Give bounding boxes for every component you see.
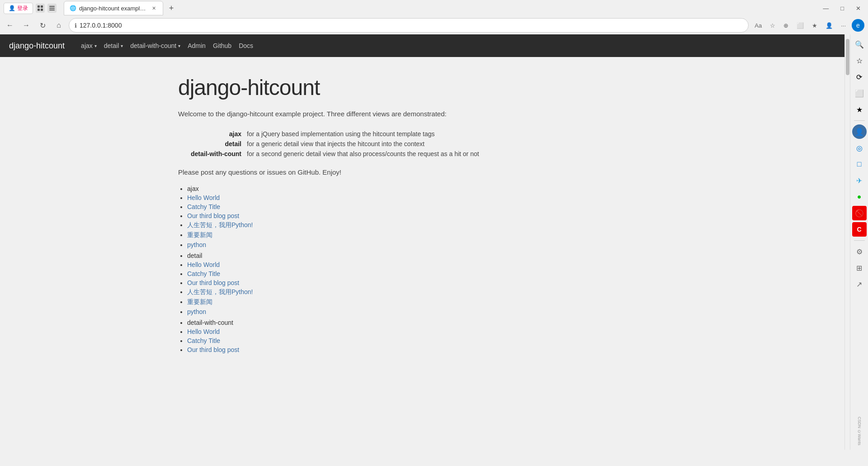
list-item-link[interactable]: Our third blog post	[187, 346, 239, 353]
description-key: detail-with-count	[178, 150, 241, 157]
description-row: detail-with-countfor a second generic de…	[178, 150, 666, 157]
sub-list: Hello WorldCatchy TitleOur third blog po…	[187, 328, 666, 353]
extension-icon-1[interactable]	[36, 4, 45, 13]
refresh-button[interactable]: ↻	[36, 19, 49, 32]
list-item: python	[187, 308, 666, 315]
tab-close-button[interactable]: ✕	[151, 5, 157, 12]
sub-list: Hello WorldCatchy TitleOur third blog po…	[187, 261, 666, 315]
description-key: detail	[178, 140, 241, 147]
list-item: 重要新闻	[187, 231, 666, 239]
navbar-item-ajax[interactable]: ajax▾	[78, 38, 99, 53]
navbar-item-detail-with-count[interactable]: detail-with-count▾	[127, 38, 183, 53]
sidebar-red-icon[interactable]: 🚫	[852, 206, 867, 220]
list-item-link[interactable]: Catchy Title	[187, 337, 220, 344]
profile-icon[interactable]: 👤	[823, 21, 835, 30]
list-item-link[interactable]: 人生苦短，我用Python!	[187, 288, 253, 295]
scrollbar-thumb[interactable]	[846, 39, 849, 75]
list-item-link[interactable]: Catchy Title	[187, 203, 220, 210]
description-value: for a second generic detail view that al…	[247, 150, 479, 157]
list-item: 重要新闻	[187, 298, 666, 306]
edge-icon[interactable]: e	[852, 19, 864, 32]
sidebar-window-icon[interactable]: ⬜	[852, 86, 867, 100]
collections-icon[interactable]: ★	[810, 21, 820, 30]
sidebar-bookmark-icon[interactable]: ★	[852, 102, 867, 117]
new-tab-button[interactable]: +	[165, 2, 178, 14]
list-item-link[interactable]: 重要新闻	[187, 298, 212, 305]
list-item-link[interactable]: Hello World	[187, 261, 220, 268]
navbar-item-detail[interactable]: detail▾	[101, 38, 126, 53]
favorites-icon[interactable]: ☆	[768, 21, 778, 30]
extension-icon-2[interactable]	[47, 4, 57, 13]
svg-rect-3	[41, 9, 43, 11]
scrollbar[interactable]	[844, 34, 850, 450]
minimize-button[interactable]: —	[819, 3, 832, 14]
browser-add-icon[interactable]: ⊕	[781, 21, 791, 30]
login-icon: 👤	[9, 5, 15, 11]
sidebar-grid-icon[interactable]: ⊞	[852, 261, 867, 275]
sidebar-divider-1	[854, 120, 865, 121]
sidebar-c-icon[interactable]: C	[852, 222, 867, 237]
login-label: 登录	[17, 5, 28, 12]
dropdown-arrow-icon: ▾	[178, 43, 180, 48]
list-item: Our third blog post	[187, 212, 666, 219]
page-intro: Welcome to the django-hitcount example p…	[178, 109, 666, 119]
list-item-link[interactable]: 重要新闻	[187, 231, 212, 238]
home-button[interactable]: ⌂	[52, 19, 65, 32]
sidebar-users-icon[interactable]: 👤	[852, 124, 867, 139]
list-item-link[interactable]: python	[187, 241, 206, 248]
list-item-link[interactable]: Hello World	[187, 328, 220, 335]
list-item-link[interactable]: Our third blog post	[187, 212, 239, 219]
sidebar-outlook-icon[interactable]: ◎	[852, 141, 867, 155]
list-item: python	[187, 241, 666, 248]
svg-rect-6	[49, 10, 55, 10]
csdn-text: CSDN ©Wants	[857, 417, 862, 445]
active-tab[interactable]: 🌐 django-hitcount example project ✕	[64, 1, 163, 15]
navbar-item-github[interactable]: Github	[210, 38, 234, 53]
address-bar[interactable]: ℹ 127.0.0.1:8000	[69, 18, 749, 33]
forward-button[interactable]: →	[20, 19, 33, 32]
description-row: detailfor a generic detail view that inj…	[178, 140, 666, 147]
list-item-link[interactable]: python	[187, 308, 206, 315]
page-content: django-hitcount Welcome to the django-hi…	[0, 57, 844, 450]
sidebar-toggle[interactable]: ⬜	[794, 21, 806, 30]
sidebar-search-icon[interactable]: 🔍	[852, 37, 867, 52]
list-item: 人生苦短，我用Python!	[187, 221, 666, 229]
sub-list: Hello WorldCatchy TitleOur third blog po…	[187, 194, 666, 248]
list-item: Catchy Title	[187, 203, 666, 210]
list-item-link[interactable]: Our third blog post	[187, 279, 239, 286]
description-key: ajax	[178, 130, 241, 138]
right-sidebar: 🔍 ☆ ⟳ ⬜ ★ 👤 ◎ □ ✈ ● 🚫 C ⚙ ⊞ ↗ CSDN ©Want…	[850, 34, 868, 450]
lists-section: ajaxHello WorldCatchy TitleOur third blo…	[187, 185, 666, 353]
list-item-link[interactable]: 人生苦短，我用Python!	[187, 221, 253, 228]
read-aloud-icon[interactable]: Aa	[752, 21, 764, 30]
navbar-items: ajax▾detail▾detail-with-count▾AdminGithu…	[78, 38, 256, 53]
navbar-item-docs[interactable]: Docs	[236, 38, 256, 53]
main-list: ajaxHello WorldCatchy TitleOur third blo…	[187, 185, 666, 353]
page-title: django-hitcount	[178, 75, 666, 100]
more-menu[interactable]: ···	[839, 21, 848, 30]
sidebar-divider-2	[854, 240, 865, 241]
navbar-item-admin[interactable]: Admin	[185, 38, 208, 53]
svg-rect-5	[49, 8, 55, 9]
list-item: Hello World	[187, 194, 666, 201]
sidebar-settings-icon[interactable]: ⚙	[852, 244, 867, 259]
enjoy-text: Please post any questions or issues on G…	[178, 168, 666, 176]
tab-favicon: 🌐	[70, 5, 76, 11]
list-item-link[interactable]: Catchy Title	[187, 270, 220, 277]
sidebar-telegram-icon[interactable]: ✈	[852, 173, 867, 188]
navbar-brand[interactable]: django-hitcount	[9, 41, 65, 51]
close-button[interactable]: ✕	[852, 3, 864, 14]
sidebar-green-icon[interactable]: ●	[852, 190, 867, 204]
list-item-link[interactable]: Hello World	[187, 194, 220, 201]
sidebar-history-icon[interactable]: ⟳	[852, 70, 867, 84]
sidebar-office-icon[interactable]: □	[852, 157, 867, 171]
sidebar-star-icon[interactable]: ☆	[852, 53, 867, 68]
back-button[interactable]: ←	[4, 19, 16, 32]
svg-rect-2	[38, 9, 40, 11]
sidebar-share-icon[interactable]: ↗	[852, 277, 867, 291]
url-display: 127.0.0.1:8000	[80, 22, 743, 29]
description-table: ajaxfor a jQuery based implementation us…	[178, 130, 666, 157]
navbar: django-hitcount ajax▾detail▾detail-with-…	[0, 34, 844, 57]
maximize-button[interactable]: □	[837, 3, 848, 14]
login-button[interactable]: 👤 登录	[4, 3, 33, 14]
